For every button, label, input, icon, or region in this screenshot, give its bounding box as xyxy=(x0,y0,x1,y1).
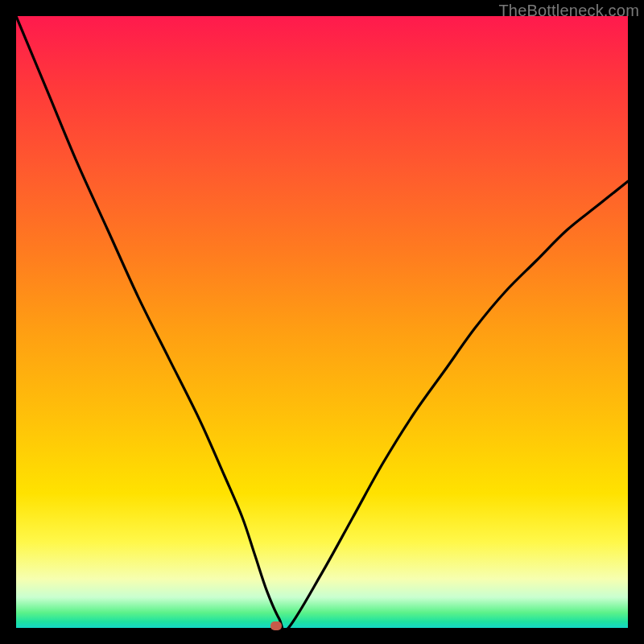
chart-background-gradient xyxy=(16,16,628,628)
chart-frame xyxy=(16,16,628,628)
notch-marker xyxy=(270,621,282,630)
